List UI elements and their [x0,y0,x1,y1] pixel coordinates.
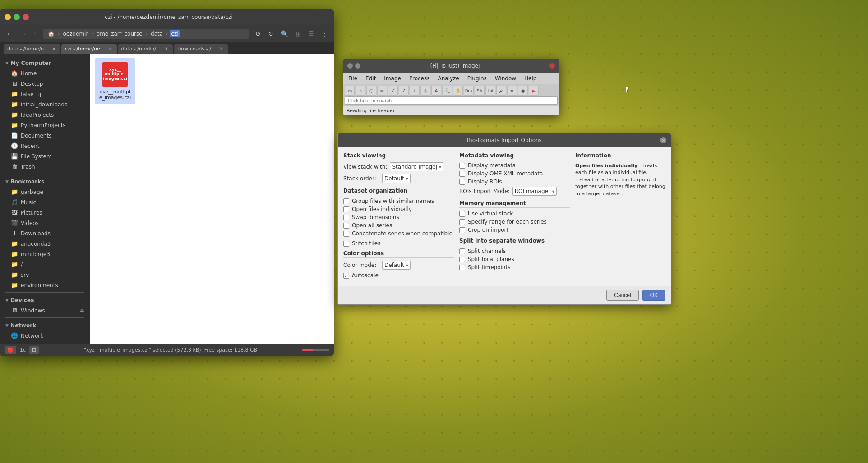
sidebar-item-videos[interactable]: 🎬 Videos [0,218,90,228]
fiji-tool-dev[interactable]: Dev [464,86,474,96]
breadcrumb-ome-zarr[interactable]: ome_zarr_course [95,30,144,37]
sidebar-item-pycharmprojects[interactable]: 📁 PycharmProjects [0,120,90,130]
fiji-menu-window[interactable]: Window [491,74,520,83]
tab-downloads[interactable]: Downloads - /... ✕ [174,44,228,54]
fiji-tool-stk[interactable]: Stk [475,86,485,96]
breadcrumb-oezdemir[interactable]: oezdemir [61,30,89,37]
sidebar-item-environments[interactable]: 📁 environments [0,280,90,290]
fiji-menu-analyze[interactable]: Analyze [434,74,462,83]
tab-close-2[interactable]: ✕ [164,46,169,52]
statusbar-grid-btn[interactable]: ⊞ [29,346,39,354]
color-mode-select[interactable]: Default ▾ [382,261,411,270]
fiji-menu-help[interactable]: Help [521,74,540,83]
grid-view-button[interactable]: ⊞ [293,28,304,39]
sidebar-item-documents[interactable]: 📄 Documents [0,130,90,141]
sidebar-item-miniforge3[interactable]: 📁 miniforge3 [0,249,90,259]
sidebar-item-garbage[interactable]: 📁 garbage [0,187,90,197]
zoom-slider[interactable] [302,349,329,351]
sidebar-item-ideaprojects[interactable]: 📁 IdeaProjects [0,110,90,120]
sidebar-section-bookmarks[interactable]: Bookmarks [0,176,90,187]
sidebar-item-pictures[interactable]: 🖼 Pictures [0,207,90,218]
tab-data-home[interactable]: data - /home/o... ✕ [4,44,60,54]
sidebar-item-windows[interactable]: 🖥 Windows ⏏ [0,305,90,316]
split-focal-planes-checkbox[interactable] [459,257,465,262]
rois-import-mode-select[interactable]: ROI manager ▾ [512,187,557,196]
reload-button[interactable]: ↺ [253,28,263,39]
tab-czi[interactable]: czi - /home/oe... ✕ [61,44,117,54]
fiji-tool-wand[interactable]: ⊹ [420,86,430,96]
fiji-tool-free[interactable]: ✏ [377,86,387,96]
tab-close-1[interactable]: ✕ [107,46,113,52]
file-item-czi[interactable]: xyz__multiple_images.czi xyz__multiple_i… [95,58,135,104]
up-button[interactable]: ↑ [31,28,39,39]
tab-close-0[interactable]: ✕ [51,46,56,52]
fiji-tool-poly[interactable]: ⬡ [366,86,376,96]
view-stack-select[interactable]: Standard ImageJ ▾ [390,162,443,171]
fiji-restore[interactable] [355,63,360,69]
sidebar-section-devices[interactable]: Devices [0,294,90,305]
fiji-tool-point[interactable]: + [410,86,420,96]
fiji-tool-text[interactable]: A [431,86,441,96]
fiji-tool-angle[interactable]: ∠ [399,86,409,96]
stitch-tiles-checkbox[interactable] [343,241,349,247]
specify-range-checkbox[interactable] [459,219,465,225]
fiji-search-input[interactable] [345,96,558,105]
menu-button[interactable]: ☰ [305,28,317,39]
sidebar-item-trash[interactable]: 🗑 Trash [0,161,90,172]
cancel-button[interactable]: Cancel [606,290,638,301]
sidebar-item-root[interactable]: 📁 / [0,259,90,270]
close-button[interactable] [23,14,29,20]
display-rois-checkbox[interactable] [459,179,465,185]
sidebar-item-home[interactable]: 🏠 Home [0,68,90,78]
tab-close-3[interactable]: ✕ [218,46,224,52]
sidebar-item-initial-downloads[interactable]: 📁 initial_downloads [0,99,90,110]
statusbar-icon-btn[interactable]: 🔴 [5,346,16,354]
group-files-checkbox[interactable] [343,198,349,204]
tab-data-media[interactable]: data - /media/... ✕ [118,44,173,54]
breadcrumb-data[interactable]: data [149,30,164,37]
breadcrumb-czi[interactable]: czi [170,30,180,37]
minimize-button[interactable] [5,14,11,20]
search-button[interactable]: 🔍 [278,28,291,39]
more-button[interactable]: ⋮ [319,28,330,39]
sidebar-item-desktop[interactable]: 🖥 Desktop [0,78,90,89]
fiji-tool-run[interactable]: ▶ [529,86,539,96]
sidebar-section-network[interactable]: Network [0,320,90,330]
eject-icon[interactable]: ⏏ [80,307,84,313]
fiji-close[interactable] [549,63,555,69]
open-all-series-checkbox[interactable] [343,223,349,229]
fiji-tool-brush[interactable]: 🖌 [496,86,506,96]
fiji-menu-image[interactable]: Image [380,74,405,83]
sidebar-item-false-fiji[interactable]: 📁 false_fiji [0,89,90,99]
ok-button[interactable]: OK [642,290,665,301]
sidebar-item-downloads[interactable]: ⬇ Downloads [0,228,90,238]
fiji-tool-zoom[interactable]: 🔍 [442,86,452,96]
dialog-close-button[interactable]: ✕ [660,137,666,143]
fiji-menu-file[interactable]: File [345,74,361,83]
sidebar-item-file-system[interactable]: 💾 File System [0,151,90,161]
split-timepoints-checkbox[interactable] [459,265,465,270]
display-metadata-checkbox[interactable] [459,163,465,169]
sidebar-item-anaconda3[interactable]: 📁 anaconda3 [0,238,90,249]
swap-dimensions-checkbox[interactable] [343,215,349,220]
fiji-tool-hand[interactable]: ✋ [453,86,463,96]
sidebar-section-my-computer[interactable]: My Computer [0,57,90,68]
reload2-button[interactable]: ↻ [265,28,276,39]
sidebar-item-music[interactable]: 🎵 Music [0,197,90,207]
split-channels-checkbox[interactable] [459,248,465,254]
fiji-tool-lut[interactable]: Lut [485,86,495,96]
fiji-minimize[interactable] [347,63,353,69]
open-files-checkbox[interactable] [343,206,349,212]
forward-button[interactable]: → [17,28,29,39]
file-area[interactable]: xyz__multiple_images.czi xyz__multiple_i… [90,54,334,344]
fiji-tool-oval[interactable]: ○ [356,86,365,96]
display-ome-xml-checkbox[interactable] [459,171,465,177]
autoscale-checkbox[interactable] [343,273,349,279]
stack-order-select[interactable]: Default ▾ [382,174,411,183]
fiji-menu-process[interactable]: Process [406,74,434,83]
fiji-tool-flood[interactable]: ◉ [518,86,528,96]
fiji-menu-plugins[interactable]: Plugins [464,74,490,83]
crop-on-import-checkbox[interactable] [459,227,465,233]
sidebar-item-network[interactable]: 🌐 Network [0,330,90,341]
fiji-tool-rect[interactable]: ▭ [345,86,355,96]
